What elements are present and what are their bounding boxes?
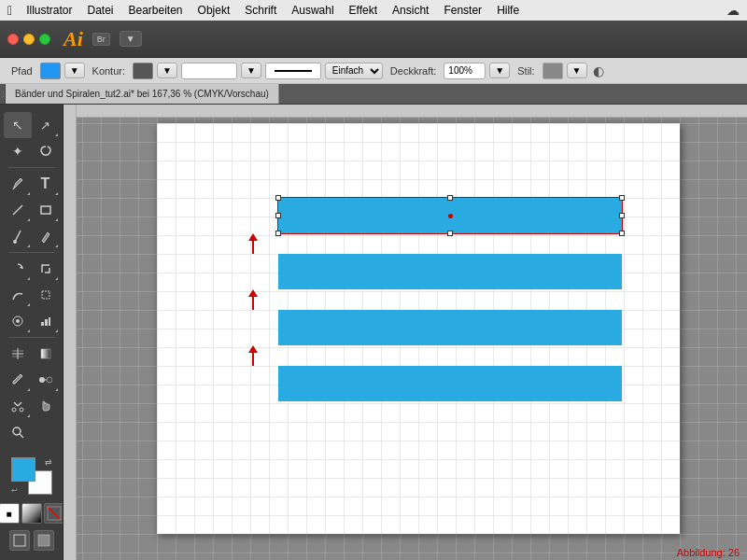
ruler-left [63, 105, 77, 560]
settings-icon[interactable]: ◐ [593, 63, 604, 78]
paintbrush-tool[interactable] [4, 223, 32, 249]
column-graph-tool[interactable] [32, 308, 60, 334]
eyedropper-tool[interactable] [4, 367, 32, 393]
stroke-color[interactable] [133, 63, 153, 79]
status-bar: Abbildung: 26 [669, 545, 747, 560]
arrow-line-2 [252, 297, 254, 310]
menu-datei[interactable]: Datei [80, 3, 120, 18]
menu-schrift[interactable]: Schrift [238, 3, 283, 18]
rectangle-tool[interactable] [32, 197, 60, 223]
control-bar: Pfad ▼ Kontur: ▼ ▼ Einfach Deckkraft: ▼ … [0, 58, 747, 84]
svg-point-14 [39, 377, 45, 383]
zoom-tool[interactable] [4, 419, 32, 445]
band-3[interactable] [278, 310, 622, 345]
bands-container [278, 198, 622, 401]
magic-wand-tool[interactable]: ✦ [4, 138, 32, 164]
menu-hilfe[interactable]: Hilfe [490, 3, 526, 18]
svg-rect-26 [38, 535, 49, 546]
pencil-tool[interactable] [32, 223, 60, 249]
default-colors-icon[interactable]: ↩ [11, 486, 18, 495]
no-fill-icon[interactable] [44, 503, 64, 524]
arrow-line-1 [252, 241, 254, 254]
scissors-tool[interactable] [4, 393, 32, 419]
opacity-down[interactable]: ▼ [489, 63, 510, 78]
maximize-button[interactable] [39, 34, 50, 45]
screen-mode-row [9, 530, 54, 551]
blend-tool[interactable] [32, 367, 60, 393]
canvas-area[interactable]: Abbildung: 26 [63, 105, 747, 560]
color-mode-row: ■ [0, 503, 63, 524]
handle-mr[interactable] [619, 213, 625, 218]
menu-fenster[interactable]: Fenster [437, 3, 488, 18]
stroke-style-select[interactable]: Einfach [325, 63, 383, 79]
gap-3 [278, 345, 622, 366]
gradient-tool[interactable] [32, 341, 60, 367]
warp-tool[interactable] [4, 282, 32, 308]
handle-ml[interactable] [275, 213, 281, 218]
menu-auswahl[interactable]: Auswahl [285, 3, 340, 18]
lasso-tool[interactable] [32, 138, 60, 164]
gap-2 [278, 289, 622, 310]
menu-illustrator[interactable]: Illustrator [20, 3, 78, 18]
document-tab[interactable]: Bänder und Spiralen_tut2.ai* bei 167,36 … [6, 84, 279, 104]
toolbar-toggle[interactable]: ▼ [120, 31, 142, 47]
handle-tl[interactable] [275, 195, 281, 201]
stroke-width-down[interactable]: ▼ [241, 63, 261, 78]
mesh-tool[interactable] [4, 341, 32, 367]
stroke-preview [265, 63, 321, 79]
free-transform-tool[interactable] [32, 282, 60, 308]
figure-label: Abbildung: 26 [677, 547, 740, 558]
style-options-button[interactable]: ▼ [567, 63, 587, 78]
pen-tool[interactable] [4, 171, 32, 197]
apple-menu[interactable]:  [7, 3, 12, 18]
handle-tr[interactable] [619, 195, 625, 201]
svg-point-2 [13, 240, 17, 244]
type-tool[interactable]: T [32, 171, 60, 197]
svg-point-5 [16, 319, 20, 323]
red-arrow-3 [248, 345, 258, 366]
tab-label: Bänder und Spiralen_tut2.ai* bei 167,36 … [15, 89, 269, 99]
rotate-tool[interactable] [4, 256, 32, 282]
title-bar: Ai Br ▼ [0, 21, 747, 58]
selection-tool[interactable]: ↖ [4, 112, 32, 138]
menu-ansicht[interactable]: Ansicht [386, 3, 435, 18]
swap-colors-icon[interactable]: ⇄ [45, 457, 52, 467]
traffic-lights [7, 34, 50, 45]
scale-tool[interactable] [32, 256, 60, 282]
color-section: ⇄ ↩ ■ [0, 452, 63, 556]
menu-effekt[interactable]: Effekt [343, 3, 384, 18]
kontur-label: Kontur: [89, 65, 129, 77]
svg-rect-1 [41, 206, 50, 214]
foreground-color[interactable] [11, 457, 35, 482]
style-preview[interactable] [543, 63, 563, 79]
br-badge[interactable]: Br [92, 33, 110, 46]
hand-tool[interactable] [32, 393, 60, 419]
close-button[interactable] [7, 34, 19, 45]
direct-selection-tool[interactable]: ↗ [32, 112, 60, 138]
svg-line-17 [14, 402, 18, 406]
line-tool[interactable] [4, 197, 32, 223]
stroke-width-input[interactable] [181, 63, 237, 79]
svg-line-0 [13, 205, 22, 215]
menu-bearbeiten[interactable]: Bearbeiten [122, 3, 190, 18]
band-2[interactable] [278, 254, 622, 289]
arrow-head-1 [248, 233, 258, 241]
symbol-sprayer-tool[interactable] [4, 308, 32, 334]
band-4[interactable] [278, 366, 622, 401]
fill-color[interactable] [40, 63, 61, 79]
svg-rect-3 [42, 291, 49, 299]
minimize-button[interactable] [23, 34, 35, 45]
band-1[interactable] [278, 198, 622, 233]
menu-objekt[interactable]: Objekt [191, 3, 237, 18]
fill-options-button[interactable]: ▼ [64, 63, 85, 78]
svg-point-15 [47, 377, 52, 383]
screen-mode-normal-icon[interactable] [9, 530, 30, 551]
screen-mode-full-icon[interactable] [34, 530, 54, 551]
handle-tm[interactable] [447, 195, 453, 201]
stroke-options-button[interactable]: ▼ [157, 63, 177, 78]
stil-label: Stil: [514, 65, 538, 77]
solid-fill-icon[interactable]: ■ [0, 503, 20, 524]
red-arrow-1 [248, 233, 258, 254]
opacity-input[interactable] [444, 63, 486, 79]
gradient-fill-icon[interactable] [21, 503, 42, 524]
